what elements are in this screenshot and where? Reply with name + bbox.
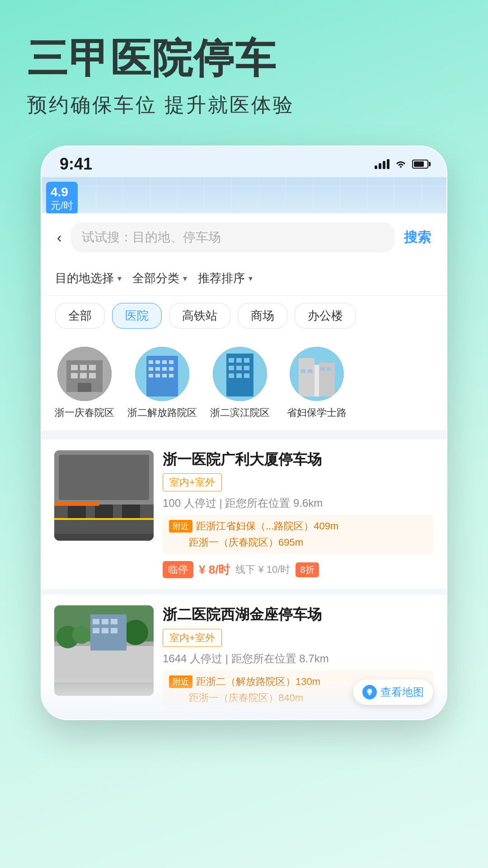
hospital-name: 浙二解放路院区 — [127, 406, 197, 420]
hospital-image — [57, 347, 112, 401]
map-strip: 4.9 元/时 — [42, 177, 446, 213]
parking-image-2 — [54, 605, 154, 696]
nearby-badge-2: 附近 — [169, 675, 192, 688]
svg-rect-51 — [54, 502, 99, 506]
svg-rect-28 — [229, 366, 234, 370]
svg-rect-5 — [71, 373, 78, 378]
price-offline: 线下 ¥ 10/时 — [235, 563, 290, 576]
category-train[interactable]: 高铁站 — [169, 303, 230, 329]
signal-icon — [375, 159, 389, 169]
svg-rect-26 — [236, 358, 242, 363]
svg-rect-4 — [89, 365, 96, 370]
filter-row: 目的地选择 ▾ 全部分类 ▾ 推荐排序 ▾ — [42, 261, 446, 296]
price-main: ¥ 8/时 — [199, 562, 230, 578]
tag-row-2: 室内+室外 — [163, 629, 434, 647]
parking-tag: 室内+室外 — [163, 473, 222, 491]
svg-rect-17 — [162, 367, 167, 371]
svg-rect-40 — [320, 367, 325, 371]
svg-rect-65 — [54, 682, 154, 696]
filter-sort[interactable]: 推荐排序 ▾ — [198, 270, 253, 286]
svg-rect-6 — [80, 373, 87, 378]
search-input[interactable]: 试试搜：目的地、停车场 — [71, 222, 395, 252]
dropdown-icon: ▾ — [249, 274, 253, 283]
status-time: 9:41 — [60, 155, 92, 174]
map-view-label: 查看地图 — [380, 685, 424, 699]
svg-rect-64 — [111, 628, 117, 633]
parking-title-2: 浙二医院西湖金座停车场 — [163, 605, 434, 624]
hospital-image — [135, 347, 189, 401]
hospital-image — [290, 347, 344, 401]
search-placeholder: 试试搜：目的地、停车场 — [82, 229, 221, 246]
category-mall[interactable]: 商场 — [238, 303, 287, 329]
svg-rect-31 — [229, 373, 234, 378]
search-bar[interactable]: ‹ 试试搜：目的地、停车场 搜索 — [42, 213, 446, 261]
price-row-1: 临停 ¥ 8/时 线下 ¥ 10/时 8折 — [163, 561, 434, 578]
svg-rect-36 — [299, 358, 314, 396]
svg-rect-19 — [149, 374, 153, 377]
discount-badge: 8折 — [296, 562, 319, 577]
svg-point-57 — [123, 620, 148, 645]
svg-rect-30 — [244, 366, 249, 370]
svg-rect-21 — [162, 374, 167, 377]
status-icons — [375, 158, 428, 170]
svg-rect-15 — [149, 367, 153, 371]
card-info-1: 浙一医院广利大厦停车场 室内+室外 100 人停过 | 距您所在位置 9.6km… — [163, 450, 434, 579]
svg-rect-59 — [93, 619, 99, 624]
svg-rect-39 — [308, 369, 312, 373]
back-button[interactable]: ‹ — [55, 227, 64, 248]
temp-badge: 临停 — [163, 561, 193, 578]
hero-title: 三甲医院停车 — [27, 36, 461, 81]
category-hospital[interactable]: 医院 — [112, 303, 162, 329]
svg-rect-2 — [71, 365, 78, 370]
svg-rect-45 — [68, 505, 86, 518]
svg-rect-60 — [102, 619, 108, 624]
parking-tag-2: 室内+室外 — [163, 629, 222, 647]
svg-rect-27 — [244, 358, 249, 363]
filter-category[interactable]: 全部分类 ▾ — [132, 270, 187, 286]
hospital-item[interactable]: 浙二解放路院区 — [127, 347, 197, 420]
nearby-text-4: 距浙一（庆春院区）840m — [189, 691, 303, 705]
status-bar: 9:41 — [42, 146, 446, 177]
tag-row: 室内+室外 — [163, 473, 434, 491]
svg-rect-41 — [327, 367, 331, 371]
hospital-name: 省妇保学士路 — [287, 406, 347, 420]
svg-rect-14 — [169, 360, 174, 364]
nearby-text-3: 距浙二（解放路院区）130m — [196, 675, 320, 689]
hospital-name: 浙一庆春院区 — [55, 406, 114, 420]
parking-card-2[interactable]: 浙二医院西湖金座停车场 室内+室外 1644 人停过 | 距您所在位置 8.7k… — [42, 594, 446, 714]
wifi-icon — [395, 158, 407, 170]
dropdown-icon: ▾ — [117, 274, 122, 283]
svg-rect-11 — [149, 360, 153, 364]
map-view-button[interactable]: 查看地图 — [353, 679, 433, 705]
svg-rect-25 — [229, 358, 234, 363]
svg-rect-49 — [59, 455, 149, 500]
parking-title-1: 浙一医院广利大厦停车场 — [163, 450, 434, 469]
svg-rect-62 — [93, 628, 99, 633]
svg-rect-22 — [169, 374, 174, 377]
filter-destination[interactable]: 目的地选择 ▾ — [55, 270, 122, 286]
hospital-item[interactable]: 浙二滨江院区 — [206, 347, 274, 420]
battery-icon — [412, 160, 428, 169]
category-office[interactable]: 办公楼 — [295, 303, 356, 329]
parking-card-1[interactable]: 浙一医院广利大厦停车场 室内+室外 100 人停过 | 距您所在位置 9.6km… — [42, 439, 446, 590]
svg-rect-13 — [162, 360, 167, 364]
hero-subtitle: 预约确保车位 提升就医体验 — [27, 92, 461, 118]
map-view-icon — [362, 685, 377, 699]
svg-rect-61 — [111, 619, 117, 624]
svg-rect-29 — [236, 366, 242, 370]
svg-rect-38 — [301, 369, 305, 373]
hospital-circles: 浙一庆春院区 — [42, 338, 446, 434]
hospital-item[interactable]: 省妇保学士路 — [283, 347, 351, 420]
parking-image-1 — [54, 450, 154, 541]
nearby-text-2: 距浙一（庆春院区）695m — [189, 536, 303, 549]
svg-rect-63 — [102, 628, 108, 633]
phone-mockup: 9:41 4.9 元/时 ‹ — [0, 137, 488, 720]
search-button[interactable]: 搜索 — [402, 225, 433, 250]
category-all[interactable]: 全部 — [55, 303, 105, 329]
svg-rect-50 — [54, 534, 154, 541]
svg-rect-12 — [155, 360, 160, 364]
dropdown-icon: ▾ — [183, 274, 187, 283]
hospital-item[interactable]: 浙一庆春院区 — [51, 347, 118, 420]
svg-rect-32 — [236, 373, 242, 378]
nearby-badge: 附近 — [169, 520, 192, 533]
